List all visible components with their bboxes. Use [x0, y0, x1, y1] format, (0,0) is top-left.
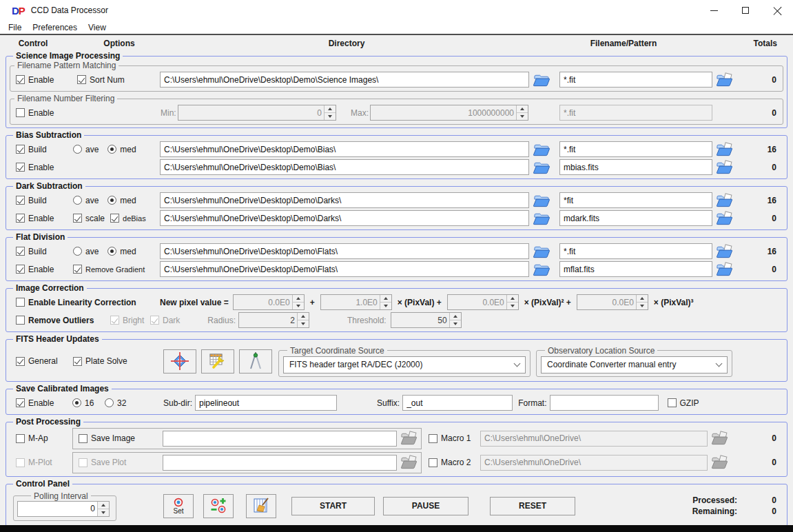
min-spinner[interactable] — [178, 105, 336, 121]
save-enable-checkbox[interactable]: Enable — [16, 398, 72, 408]
coordinate-converter-button[interactable] — [239, 349, 272, 374]
spin-up-button[interactable] — [325, 105, 336, 112]
menu-view[interactable]: View — [83, 23, 112, 32]
polling-interval-spinner[interactable] — [17, 501, 110, 517]
bias-build-checkbox[interactable]: Build — [16, 145, 73, 154]
spin-down-button[interactable] — [637, 302, 648, 309]
dark-master-file-input[interactable] — [559, 210, 712, 226]
dark-enable-directory-input[interactable] — [160, 210, 529, 226]
bias-master-browse-button[interactable] — [716, 160, 733, 175]
science-directory-input[interactable] — [160, 72, 529, 88]
bias-enable-directory-input[interactable] — [160, 159, 529, 175]
number-filter-enable-checkbox[interactable]: Enable — [16, 108, 161, 118]
spin-down-button[interactable] — [325, 112, 336, 120]
spin-up-button[interactable] — [293, 295, 304, 302]
spin-down-button[interactable] — [380, 302, 391, 309]
flat-ave-radio[interactable]: ave — [73, 247, 99, 256]
flat-enable-browse-button[interactable] — [533, 262, 550, 277]
spin-up-button[interactable] — [380, 295, 391, 302]
science-pattern-browse-button[interactable] — [716, 72, 733, 88]
fits-plate-solve-checkbox[interactable]: Plate Solve — [73, 356, 144, 366]
bias-med-radio[interactable]: med — [107, 145, 136, 154]
pause-button[interactable]: PAUSE — [383, 497, 468, 515]
science-sort-num-checkbox[interactable]: Sort Num — [77, 75, 160, 85]
max-spinner[interactable] — [370, 105, 528, 121]
flat-enable-checkbox[interactable]: Enable — [16, 265, 73, 274]
flat-pattern-input[interactable] — [559, 243, 712, 259]
flat-pattern-browse-button[interactable] — [716, 244, 733, 259]
observatory-location-source-select[interactable]: Coordinate Converter manual entry — [541, 356, 728, 374]
spin-up-button[interactable] — [450, 313, 461, 320]
radius-spinner[interactable] — [238, 312, 309, 328]
dark-enable-checkbox[interactable]: Enable — [16, 214, 73, 223]
target-coordinate-source-select[interactable]: FITS header target RA/DEC (J2000) — [283, 356, 526, 374]
dark-build-directory-input[interactable] — [160, 192, 529, 208]
fits-header-tool-button[interactable] — [201, 349, 234, 374]
dark-pattern-input[interactable] — [559, 192, 712, 208]
spin-up-button[interactable] — [507, 295, 518, 302]
target-coordinates-button[interactable] — [163, 349, 196, 374]
dark-build-browse-button[interactable] — [533, 193, 550, 208]
flat-build-browse-button[interactable] — [533, 244, 550, 259]
flat-master-browse-button[interactable] — [716, 262, 733, 277]
spin-down-button[interactable] — [293, 302, 304, 309]
macro2-checkbox[interactable]: Macro 2 — [429, 458, 478, 467]
bits-32-radio[interactable]: 32 — [105, 398, 139, 408]
save-image-browse-button[interactable] — [400, 431, 418, 446]
coeff3-spinner[interactable] — [577, 294, 648, 310]
dark-ave-radio[interactable]: ave — [73, 196, 99, 205]
dark-scale-checkbox[interactable]: scale — [73, 214, 105, 223]
coeff1-spinner[interactable] — [320, 294, 392, 310]
suffix-input[interactable] — [402, 395, 513, 411]
start-button[interactable]: START — [291, 497, 375, 515]
spin-down-button[interactable] — [450, 320, 461, 327]
flat-master-file-input[interactable] — [559, 261, 712, 277]
flat-remove-gradient-checkbox[interactable]: Remove Gradient — [73, 265, 145, 274]
spin-down-button[interactable] — [98, 509, 109, 516]
maximize-button[interactable] — [730, 0, 761, 21]
bias-master-file-input[interactable] — [559, 159, 712, 175]
fits-general-checkbox[interactable]: General — [16, 356, 73, 366]
menu-preferences[interactable]: Preferences — [27, 23, 83, 32]
bias-pattern-browse-button[interactable] — [716, 142, 733, 157]
bias-pattern-input[interactable] — [559, 141, 712, 157]
dark-build-checkbox[interactable]: Build — [16, 196, 73, 205]
macro2-browse-button[interactable] — [711, 455, 728, 470]
subdir-input[interactable] — [195, 395, 337, 411]
minimize-button[interactable] — [698, 0, 730, 21]
close-button[interactable] — [761, 0, 793, 21]
bits-16-radio[interactable]: 16 — [72, 398, 105, 408]
threshold-spinner[interactable] — [391, 312, 462, 328]
science-directory-browse-button[interactable] — [533, 72, 550, 88]
spin-down-button[interactable] — [507, 302, 518, 309]
bias-build-directory-input[interactable] — [160, 141, 529, 157]
coeff0-spinner[interactable] — [233, 294, 305, 310]
science-pattern-input[interactable] — [559, 72, 712, 88]
bias-build-browse-button[interactable] — [533, 142, 550, 157]
spin-up-button[interactable] — [98, 502, 109, 509]
flat-build-directory-input[interactable] — [160, 243, 529, 259]
bias-enable-checkbox[interactable]: Enable — [16, 163, 160, 172]
spin-up-button[interactable] — [517, 105, 528, 112]
spin-down-button[interactable] — [298, 320, 309, 327]
linearity-correction-checkbox[interactable]: Enable Linearity Correction — [16, 298, 160, 307]
coeff2-spinner[interactable] — [447, 294, 519, 310]
save-image-checkbox[interactable]: Save Image — [79, 433, 163, 443]
dark-med-radio[interactable]: med — [107, 196, 136, 205]
aperture-edit-button[interactable] — [203, 494, 234, 518]
multi-aperture-checkbox[interactable]: M-Ap — [16, 433, 72, 443]
flat-enable-directory-input[interactable] — [160, 261, 529, 277]
remove-outliers-checkbox[interactable]: Remove Outliers — [16, 316, 110, 325]
spin-down-button[interactable] — [517, 112, 528, 120]
macro1-browse-button[interactable] — [711, 431, 728, 446]
clear-table-button[interactable] — [246, 494, 276, 518]
save-image-path-input[interactable] — [163, 431, 397, 447]
menu-file[interactable]: File — [3, 23, 27, 32]
dark-enable-browse-button[interactable] — [533, 211, 550, 226]
flat-build-checkbox[interactable]: Build — [16, 247, 73, 256]
bias-enable-browse-button[interactable] — [533, 160, 550, 175]
science-enable-checkbox[interactable]: Enable — [16, 75, 77, 85]
format-input[interactable] — [550, 395, 659, 411]
reset-button[interactable]: RESET — [490, 497, 575, 515]
dark-debias-checkbox[interactable]: deBias — [110, 214, 146, 223]
